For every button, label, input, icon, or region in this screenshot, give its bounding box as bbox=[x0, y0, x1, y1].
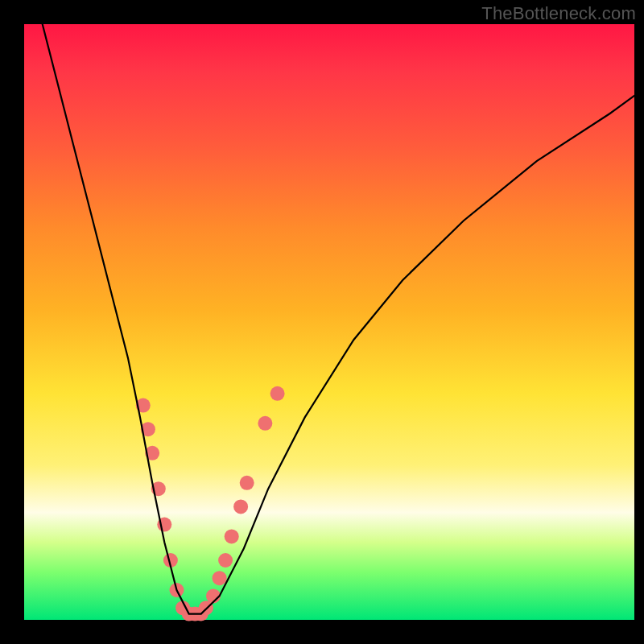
data-marker bbox=[225, 529, 239, 543]
chart-stage: TheBottleneck.com bbox=[0, 0, 644, 644]
data-marker bbox=[240, 476, 254, 490]
bottleneck-curve bbox=[43, 24, 634, 614]
data-marker bbox=[270, 386, 285, 401]
data-marker bbox=[218, 553, 233, 568]
watermark-text: TheBottleneck.com bbox=[481, 3, 636, 24]
plot-area bbox=[24, 24, 634, 620]
data-marker bbox=[233, 499, 248, 514]
data-marker bbox=[213, 571, 227, 585]
data-marker bbox=[258, 416, 272, 431]
curve-layer bbox=[24, 24, 634, 620]
